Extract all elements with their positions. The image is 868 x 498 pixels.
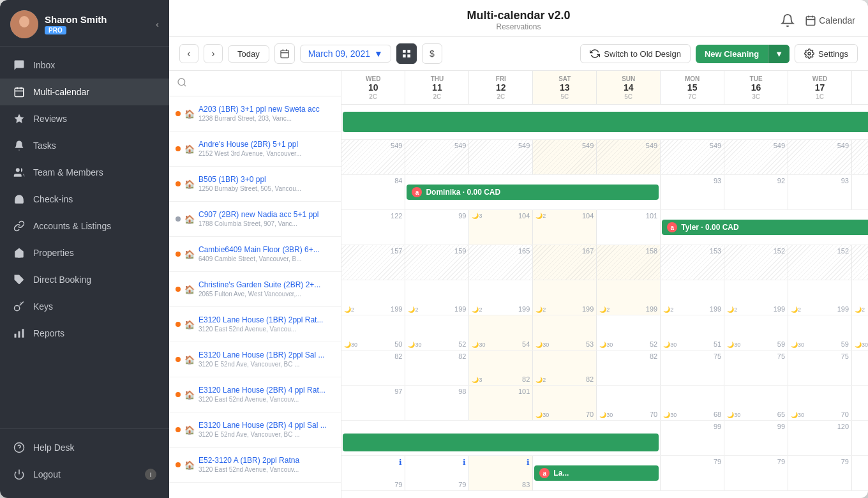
status-dot bbox=[176, 252, 181, 257]
cal-cell: 🌙2199 bbox=[788, 280, 852, 315]
status-dot bbox=[176, 462, 181, 467]
status-dot bbox=[176, 146, 181, 151]
svg-rect-11 bbox=[22, 329, 24, 338]
listing-name[interactable]: A203 (1BR) 3+1 ppl new Sweta acc bbox=[198, 105, 334, 115]
sidebar-item-reports[interactable]: Reports bbox=[0, 320, 169, 347]
status-dot bbox=[176, 111, 181, 116]
listing-name[interactable]: Andre's House (2BR) 5+1 ppl bbox=[198, 140, 334, 150]
cal-cell: 120 bbox=[852, 421, 869, 456]
user-info: Sharon Smith PRO bbox=[45, 14, 107, 34]
sidebar-item-inbox[interactable]: Inbox bbox=[0, 52, 169, 79]
sidebar-item-multi-calendar[interactable]: Multi-calendar bbox=[0, 79, 169, 105]
listing-name[interactable]: C907 (2BR) new Nadia acc 5+1 ppl bbox=[198, 210, 334, 220]
price-view-button[interactable]: $ bbox=[422, 43, 442, 64]
cal-cell: ℹ 79 bbox=[405, 456, 469, 491]
cal-cell: 🌙3059 bbox=[724, 315, 788, 351]
info-icon: ℹ bbox=[463, 458, 466, 467]
sidebar-item-check-ins[interactable]: Check-ins bbox=[0, 186, 169, 213]
listing-address: 1238 Burrard Street, 203, Vanc... bbox=[198, 114, 334, 123]
listing-name[interactable]: E3120 Lane House (1BR) 2ppl Rat... bbox=[198, 315, 334, 326]
dominika-booking-bar[interactable]: a Dominika · 0.00 CAD bbox=[407, 185, 659, 200]
listing-name[interactable]: E3120 Lane House (2BR) 4 ppl Rat... bbox=[198, 386, 334, 396]
sidebar-item-label: Direct Booking bbox=[33, 275, 91, 285]
switch-design-button[interactable]: Switch to Old Design bbox=[580, 44, 691, 63]
settings-button[interactable]: Settings bbox=[795, 44, 858, 63]
cal-cell: 84 bbox=[341, 175, 405, 210]
cal-cell: 🌙3052 bbox=[597, 315, 661, 351]
list-item: 🏠 E3120 Lane House (1BR) 2ppl Sal ... 31… bbox=[169, 342, 341, 377]
people-icon bbox=[13, 166, 26, 179]
new-cleaning-button[interactable]: New Cleaning ▼ bbox=[696, 45, 789, 63]
cal-cell: 549 bbox=[597, 140, 661, 175]
cal-cell: 🌙3059 bbox=[852, 315, 869, 351]
la-booking-bar[interactable]: a La... bbox=[534, 465, 659, 481]
cal-cell: 82 bbox=[597, 351, 661, 386]
booking-bar-full[interactable] bbox=[343, 112, 868, 132]
refresh-icon bbox=[590, 49, 600, 59]
cal-cell: 97 bbox=[341, 386, 405, 421]
table-row: 🌙3050 🌙3052 🌙3054 🌙3053 🌙3052 🌙3051 🌙305… bbox=[341, 315, 868, 351]
date-selector-button[interactable]: March 09, 2021 ▼ bbox=[300, 45, 391, 63]
cal-cell: 🌙2199 bbox=[405, 280, 469, 315]
cal-cell: 🌙3068 bbox=[661, 386, 724, 421]
cal-cell: ℹ 83 bbox=[469, 456, 533, 491]
svg-rect-26 bbox=[407, 54, 410, 57]
booking-bar-sal[interactable] bbox=[343, 434, 659, 451]
bell-icon bbox=[13, 139, 26, 152]
home-icon: 🏠 bbox=[184, 390, 195, 400]
listing-name[interactable]: Christine's Garden Suite (2BR) 2+... bbox=[198, 280, 334, 290]
status-dot bbox=[176, 322, 181, 327]
home-icon: 🏠 bbox=[184, 460, 195, 470]
cal-cell: 99 bbox=[724, 421, 788, 456]
listing-name[interactable]: E3120 Lane House (2BR) 4 ppl Sal ... bbox=[198, 421, 334, 431]
listing-name[interactable]: B505 (1BR) 3+0 ppl bbox=[198, 175, 334, 185]
listing-address: 3120 East 52nd Avenue, Vancouv... bbox=[198, 395, 334, 404]
new-cleaning-dropdown-arrow[interactable]: ▼ bbox=[768, 45, 789, 63]
switch-label: Switch to Old Design bbox=[604, 49, 681, 59]
sidebar-item-help-desk[interactable]: Help Desk bbox=[0, 434, 169, 461]
sidebar-item-label: Inbox bbox=[33, 60, 55, 70]
sidebar-item-keys[interactable]: Keys bbox=[0, 293, 169, 320]
booking-cell: a Dominika · 0.00 CAD bbox=[405, 175, 661, 210]
grid-view-button[interactable] bbox=[396, 43, 417, 64]
svg-rect-3 bbox=[15, 88, 24, 97]
listing-name[interactable]: E3120 Lane House (1BR) 2ppl Sal ... bbox=[198, 351, 334, 361]
sidebar-item-team-members[interactable]: Team & Members bbox=[0, 159, 169, 186]
dollar-icon: $ bbox=[430, 49, 435, 59]
list-item: 🏠 E3120 Lane House (1BR) 2ppl Rat... 312… bbox=[169, 307, 341, 342]
cal-cell: 549 bbox=[852, 140, 869, 175]
status-dot bbox=[176, 427, 181, 432]
table-row: 82 82 🌙382 🌙282 82 75 75 75 75 bbox=[341, 351, 868, 386]
sidebar-item-direct-booking[interactable]: Direct Booking bbox=[0, 266, 169, 293]
toolbar: ‹ › Today March 09, 2021 ▼ $ Switch to O… bbox=[169, 37, 868, 71]
calendar-icon bbox=[280, 49, 290, 59]
listing-name[interactable]: E52-3120 A (1BR) 2ppl Ratna bbox=[198, 456, 334, 466]
sidebar-item-properties[interactable]: Properties bbox=[0, 239, 169, 266]
sidebar-item-label: Logout bbox=[33, 469, 61, 479]
calendar-view-toggle[interactable] bbox=[274, 43, 295, 64]
notification-button[interactable] bbox=[781, 13, 795, 27]
today-button[interactable]: Today bbox=[228, 45, 269, 63]
cal-cell: 157 bbox=[341, 245, 405, 280]
cal-cell: 75 bbox=[852, 351, 869, 386]
listing-search-header bbox=[169, 71, 341, 96]
prev-button[interactable]: ‹ bbox=[179, 44, 198, 63]
sidebar-item-reviews[interactable]: Reviews bbox=[0, 105, 169, 132]
tyler-booking-bar[interactable]: a Tyler · 0.00 CAD bbox=[662, 220, 868, 235]
next-button[interactable]: › bbox=[204, 44, 223, 63]
sidebar-collapse-button[interactable]: ‹ bbox=[156, 19, 159, 29]
sidebar-item-logout[interactable]: Logout i bbox=[0, 461, 169, 488]
sidebar-item-tasks[interactable]: Tasks bbox=[0, 132, 169, 159]
calendar-view-button[interactable]: Settings Calendar bbox=[805, 15, 855, 26]
sidebar-item-accounts-listings[interactable]: Accounts & Listings bbox=[0, 213, 169, 239]
list-item: 🏠 E52-3120 A (1BR) 2ppl Ratna 3120 East … bbox=[169, 448, 341, 483]
cal-cell: 🌙2199 bbox=[469, 280, 533, 315]
sidebar-bottom: Help Desk Logout i bbox=[0, 428, 169, 498]
day-header-13: SAT 13 5C bbox=[533, 71, 597, 105]
listing-name[interactable]: Cambie6409 Main Floor (3BR) 6+... bbox=[198, 245, 334, 255]
sidebar-item-label: Multi-calendar bbox=[33, 87, 89, 97]
booking-cell bbox=[341, 105, 868, 140]
home-icon: 🏠 bbox=[184, 355, 195, 365]
cal-cell: 82 bbox=[405, 351, 469, 386]
main-content: Multi-calendar v2.0 Reservations Setting… bbox=[169, 0, 868, 498]
